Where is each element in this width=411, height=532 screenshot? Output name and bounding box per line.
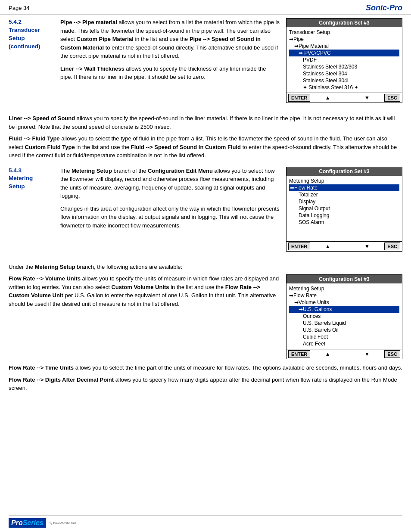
config-box-3-footer: ENTER ▲ ▼ ESC [286, 349, 402, 359]
config-box-3: Configuration Set #3 Metering Setup ➡Flo… [286, 274, 402, 359]
config-item: SOS Alarm [289, 219, 399, 226]
spacer-3 [345, 351, 349, 357]
config-item: Stainless Steel 302/303 [289, 63, 399, 70]
bold-text: Custom Volume Units [111, 284, 169, 290]
logo-sub-container: by Blue-White Ind. [49, 521, 77, 525]
config-item-spacer [289, 226, 399, 233]
spacer [345, 95, 349, 101]
para-time-units: Flow Rate --> Time Units allows you to s… [0, 364, 411, 372]
config-box-3-title: Configuration Set #3 [286, 275, 402, 283]
section-542-content: Configuration Set #3 Transducer Setup ➡P… [60, 18, 402, 107]
config-item: U.S. Barrels Liquid [289, 320, 399, 327]
para-fluid: Fluid --> Fluid Type allows you to selec… [0, 134, 411, 160]
config-item: Stainless Steel 304L [289, 77, 399, 84]
section-543-content: Configuration Set #3 Metering Setup ➡Flo… [60, 167, 402, 256]
bold-text: Metering Setup [72, 168, 112, 174]
bold-text: Liner --> Wall Thickness [60, 65, 125, 72]
config-item: ✦ Stainless Steel 316 ✦ [289, 84, 399, 91]
para-digits: Flow Rate --> Digits After Decimal Point… [0, 376, 411, 392]
section-542-title-col: 5.4.2TransducerSetup(continued) [9, 18, 60, 107]
config-item: ➡Flow Rate [289, 184, 399, 191]
config-item: ➡ PVC/CPVC [289, 50, 399, 56]
logo-sub: by Blue-White Ind. [49, 521, 77, 525]
enter-button-3[interactable]: ENTER [288, 350, 310, 358]
config-box-2: Configuration Set #3 Metering Setup ➡Flo… [286, 167, 402, 252]
config-item: ➡Flow Rate [289, 292, 399, 299]
esc-button-3[interactable]: ESC [384, 350, 400, 358]
bold-text: Liner --> Speed of Sound [9, 115, 75, 121]
bold-text: Configuration Edit Menu [148, 168, 213, 174]
config-box-1: Configuration Set #3 Transducer Setup ➡P… [286, 18, 402, 103]
section-543-title-col: 5.4.3MeteringSetup [9, 167, 60, 256]
config-item: ➡U.S. Gallons [289, 306, 399, 313]
config-box-2-title: Configuration Set #3 [286, 167, 402, 176]
config-item: ➡Volume Units [289, 299, 399, 306]
esc-button[interactable]: ESC [384, 94, 400, 102]
bold-text: Custom Fluid Type [25, 144, 75, 150]
bold-text: Metering Setup [35, 264, 75, 270]
config-box-3-body: Metering Setup ➡Flow Rate ➡Volume Units … [286, 283, 402, 349]
down-arrow-2: ▼ [364, 243, 370, 249]
config-item: ➡Pipe Material [289, 43, 399, 50]
config-item: Ounces [289, 313, 399, 320]
bold-text: Pipe --> Pipe material [60, 19, 117, 25]
config-item: PVDF [289, 56, 399, 63]
section-542-title: 5.4.2TransducerSetup(continued) [9, 18, 56, 51]
config-item: U.S. Barrels Oil [289, 327, 399, 333]
config-item: Display [289, 198, 399, 205]
down-arrow: ▼ [364, 95, 370, 101]
flowrate-section: Configuration Set #3 Metering Setup ➡Flo… [0, 274, 411, 364]
config-box-1-footer: ENTER ▲ ▼ ESC [286, 93, 402, 103]
up-arrow-3: ▲ [325, 351, 330, 357]
logo-block: ProSeries [9, 518, 46, 528]
config-item: ➡Pipe [289, 36, 399, 43]
bold-text: Flow Rate --> Time Units [9, 364, 74, 371]
brand-name: Sonic-Pro [366, 3, 402, 12]
enter-button-2[interactable]: ENTER [288, 243, 310, 250]
logo-pro: Pro [11, 519, 23, 526]
config-item: Transducer Setup [289, 29, 399, 36]
bold-text: Flow Rate --> Digits After Decimal Point [9, 376, 114, 383]
logo-series: Series [23, 519, 44, 526]
down-arrow-3: ▼ [364, 351, 370, 357]
config-item: Signal Output [289, 205, 399, 212]
esc-button-2[interactable]: ESC [384, 243, 400, 250]
bold-text: Custom Pipe Material [77, 36, 134, 42]
section-543-title: 5.4.3MeteringSetup [9, 167, 56, 191]
section-542: 5.4.2TransducerSetup(continued) Configur… [0, 15, 411, 111]
proseries-logo: ProSeries by Blue-White Ind. [9, 518, 402, 528]
page-header: Page 34 Sonic-Pro [0, 0, 411, 15]
para-liner-sos: Liner --> Speed of Sound allows you to s… [0, 114, 411, 131]
config-box-2-footer: ENTER ▲ ▼ ESC [286, 241, 402, 251]
enter-button[interactable]: ENTER [288, 94, 310, 102]
config-item: Totalizer [289, 191, 399, 198]
config-item: Data Logging [289, 212, 399, 219]
section-543: 5.4.3MeteringSetup Configuration Set #3 … [0, 163, 411, 259]
page-container: Page 34 Sonic-Pro 5.4.2TransducerSetup(c… [0, 0, 411, 532]
config-box-1-title: Configuration Set #3 [286, 19, 402, 27]
config-item: Cubic Feet [289, 333, 399, 340]
bold-text: Fluid --> Speed of Sound in Custom Fluid [131, 144, 241, 150]
config-box-1-body: Transducer Setup ➡Pipe ➡Pipe Material ➡ … [286, 27, 402, 93]
flowrate-content: Configuration Set #3 Metering Setup ➡Flo… [9, 274, 402, 364]
bold-text: Fluid --> Fluid Type [9, 135, 60, 142]
config-box-2-body: Metering Setup ➡Flow Rate Totalizer Disp… [286, 176, 402, 241]
para-under-metering: Under the Metering Setup branch, the fol… [0, 263, 411, 271]
config-item: Stainless Steel 304 [289, 70, 399, 77]
spacer-2 [345, 243, 349, 249]
page-footer: ProSeries by Blue-White Ind. [9, 515, 402, 528]
config-item-spacer [289, 233, 399, 240]
config-item: Metering Setup [289, 177, 399, 184]
page-number: Page 34 [9, 5, 29, 11]
bold-text: Flow Rate --> Volume Units [9, 275, 81, 282]
up-arrow: ▲ [325, 95, 330, 101]
config-item: Metering Setup [289, 285, 399, 292]
config-item: Acre Feet [289, 340, 399, 347]
up-arrow-2: ▲ [325, 243, 330, 249]
